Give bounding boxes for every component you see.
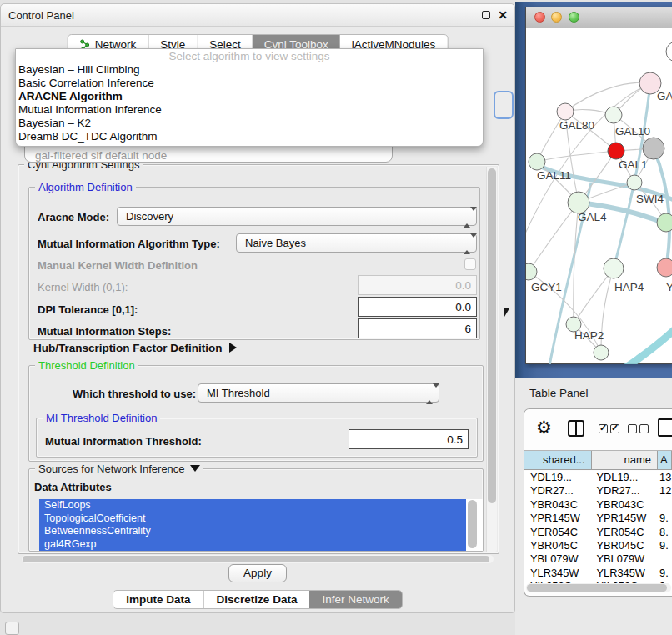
algorithm-option[interactable]: Dream8 DC_TDC Algorithm (16, 130, 483, 143)
mi-threshold-label: Mutual Information Threshold: (45, 435, 202, 448)
network-window-titlebar (526, 8, 672, 28)
node-green-right[interactable] (657, 213, 672, 232)
zoom-traffic-light[interactable] (569, 12, 579, 22)
mouse-cursor (504, 308, 509, 317)
column-header-shared-name[interactable]: shared... (524, 451, 592, 469)
column-header-partial[interactable]: A (658, 451, 672, 469)
label-gal1: GAL1 (619, 158, 648, 171)
hub-section-label: Hub/Transcription Factor Definition (33, 342, 223, 354)
panel-title: Control Panel (8, 9, 74, 22)
hub-section-toggle[interactable]: Hub/Transcription Factor Definition (33, 342, 237, 354)
node-hap4[interactable] (604, 258, 624, 278)
node-gal10[interactable] (605, 107, 622, 123)
algorithm-option[interactable]: Bayesian – K2 (16, 117, 483, 130)
table-data-combo-text: gal-filtered sif default node (35, 149, 167, 162)
label-gal4: GAL4 (578, 211, 607, 223)
label-swi4: SWI4 (636, 192, 664, 205)
network-canvas[interactable]: GAL GAL80 GAL10 GAL1 GAL11 SWI4 GAL4 GCY… (526, 28, 672, 364)
table-row[interactable]: YBR043CYBR043C (524, 498, 672, 512)
node-swi4[interactable] (627, 175, 642, 190)
deselect-all-checks-icon[interactable] (628, 424, 649, 433)
table-horizontal-scrollbar[interactable] (526, 583, 671, 592)
float-window-icon[interactable] (482, 11, 490, 19)
combo-arrows-icon (464, 238, 471, 250)
node-partial-top[interactable] (666, 42, 672, 62)
table-body: YDL19...YDL19...13 YDR27...YDR27...12 YB… (524, 471, 672, 586)
table-row[interactable]: YER054CYER054C8. (524, 526, 672, 539)
cyni-algorithm-settings-group: Cyni Algorithm Settings Algorithm Defini… (18, 164, 499, 554)
columns-icon[interactable] (568, 420, 584, 437)
tab-impute-data[interactable]: Impute Data (113, 591, 203, 608)
minimized-panel-button[interactable] (5, 622, 19, 635)
dpi-tolerance-input[interactable] (358, 297, 477, 317)
table-row[interactable]: YDR27...YDR27...12 (524, 484, 672, 498)
aracne-mode-label: Aracne Mode: (38, 211, 109, 223)
attribute-item-selected[interactable]: TopologicalCoefficient (39, 512, 466, 526)
mi-type-combo[interactable]: Naive Bayes (236, 233, 477, 252)
mi-threshold-title: MI Threshold Definition (43, 412, 160, 424)
which-threshold-label: Which threshold to use: (73, 388, 196, 400)
algorithm-dropdown-popup: Select algorithm to view settings Bayesi… (15, 48, 484, 147)
bottom-tabbar: Impute Data Discretize Data Infer Networ… (113, 590, 402, 609)
network-view-window: GAL GAL80 GAL10 GAL1 GAL11 SWI4 GAL4 GCY… (525, 7, 672, 364)
algorithm-option[interactable]: Basic Correlation Inference (16, 77, 483, 90)
teal-edges (531, 83, 672, 364)
data-attributes-label: Data Attributes (34, 481, 112, 493)
inference-algorithm-combo-fragment (494, 91, 514, 119)
aracne-mode-value: Discovery (126, 210, 173, 222)
node-gal1-red[interactable] (608, 142, 624, 159)
close-traffic-light[interactable] (534, 12, 545, 22)
node-y-pink[interactable] (657, 258, 672, 277)
which-threshold-combo[interactable]: MI Threshold (198, 383, 439, 402)
algorithm-definition-group: Algorithm Definition Aracne Mode: Discov… (28, 187, 480, 340)
table-row[interactable]: YBR045CYBR045C9. (524, 539, 672, 552)
data-attributes-list: SelfLoops TopologicalCoefficient Between… (39, 499, 483, 551)
threshold-definition-group: Threshold Definition Which threshold to … (28, 365, 484, 462)
mi-threshold-input[interactable] (349, 429, 469, 449)
close-icon[interactable]: ✕ (498, 9, 508, 21)
which-threshold-value: MI Threshold (207, 387, 270, 399)
mi-threshold-group: MI Threshold Definition Mutual Informati… (36, 418, 478, 458)
table-row[interactable]: YPR145WYPR145W9. (524, 512, 672, 525)
control-panel-window: Control Panel ✕ Network Style Select Cyn… (0, 3, 515, 613)
manual-kernel-checkbox[interactable] (464, 258, 476, 270)
table-toolbar: ⚙ (524, 409, 672, 450)
tab-discretize-data[interactable]: Discretize Data (203, 591, 310, 608)
column-header-name[interactable]: name (592, 451, 659, 469)
table-row[interactable]: YDL19...YDL19...13 (524, 471, 672, 484)
sources-title-label: Sources for Network Inference (38, 462, 185, 475)
new-table-icon[interactable] (658, 418, 672, 437)
mi-steps-input[interactable] (358, 318, 477, 338)
dpi-tolerance-label: DPI Tolerance [0,1]: (38, 303, 138, 316)
table-header: shared... name A (524, 450, 672, 470)
gear-icon[interactable]: ⚙ (536, 418, 552, 438)
node-gcy1[interactable] (526, 263, 537, 280)
mi-type-value: Naive Bayes (245, 237, 306, 249)
select-all-checks-icon[interactable] (599, 424, 619, 433)
attribute-item-selected[interactable]: BetweennessCentrality (39, 525, 466, 538)
tab-infer-network[interactable]: Infer Network (309, 591, 401, 608)
minimize-traffic-light[interactable] (551, 12, 562, 22)
node-gal11[interactable] (529, 153, 545, 170)
table-panel-region: Table Panel ⚙ shared... name A YDL19...Y… (515, 378, 672, 635)
algorithm-option-selected[interactable]: ARACNE Algorithm (16, 90, 483, 103)
node-partial-bottom[interactable] (594, 345, 609, 360)
node-gray[interactable] (643, 138, 664, 159)
attribute-item-selected[interactable]: gal4RGexp (39, 538, 466, 552)
algorithm-option[interactable]: Mutual Information Inference (16, 103, 483, 117)
combo-arrows-icon (426, 388, 434, 400)
attributes-scrollbar[interactable] (468, 500, 478, 550)
table-row[interactable]: YBL079WYBL079W (524, 552, 672, 566)
sources-title[interactable]: Sources for Network Inference (35, 462, 203, 475)
label-gal80: GAL80 (559, 119, 594, 132)
settings-horizontal-scrollbar[interactable] (22, 555, 494, 563)
node-gal80[interactable] (557, 103, 574, 120)
aracne-mode-combo[interactable]: Discovery (117, 207, 477, 226)
table-row[interactable]: YLR345WYLR345W9. (524, 567, 672, 580)
apply-button[interactable]: Apply (228, 564, 287, 582)
algorithm-option[interactable]: Bayesian – Hill Climbing (16, 63, 483, 77)
algorithm-definition-title: Algorithm Definition (35, 181, 136, 193)
settings-vertical-scrollbar[interactable] (486, 167, 497, 552)
attribute-item-selected[interactable]: SelfLoops (39, 499, 466, 512)
kernel-width-input[interactable] (358, 275, 477, 295)
